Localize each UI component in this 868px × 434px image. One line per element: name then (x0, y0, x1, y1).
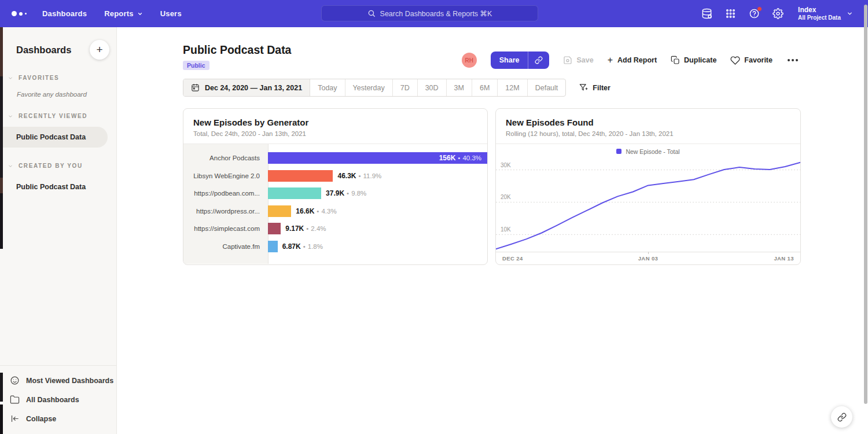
bar-row: Captivate.fm 6.87K•1.8% (183, 238, 487, 256)
y-tick-label: 30K (501, 162, 511, 168)
bar (268, 187, 321, 199)
add-report-label: Add Report (617, 56, 657, 64)
duplicate-label: Duplicate (684, 56, 716, 64)
preset-3m[interactable]: 3M (447, 79, 472, 96)
main-content: Public Podcast Data Public RH Share Save… (117, 27, 868, 434)
date-range-picker[interactable]: Dec 24, 2020 — Jan 13, 2021 (183, 79, 310, 96)
chevron-down-icon (847, 10, 853, 17)
sidebar-footer: Most Viewed Dashboards All Dashboards Co… (0, 365, 116, 434)
nav-item-label: Reports (104, 9, 134, 18)
collapse-icon (10, 414, 20, 424)
chevron-down-icon (137, 11, 143, 17)
sidebar: Dashboards + FAVORITES Favorite any dash… (0, 27, 117, 434)
sidebar-title: Dashboards (16, 45, 71, 56)
bar-row: Anchor Podcasts 156K•40.3% (183, 149, 487, 167)
report-cards: New Episodes by Generator Total, Dec 24t… (183, 108, 801, 265)
bar-category-label: https://wordpress.or... (183, 208, 268, 215)
bar (268, 205, 291, 217)
bar (268, 241, 278, 252)
share-button-label[interactable]: Share (491, 52, 529, 69)
new-dashboard-button[interactable]: + (90, 40, 109, 60)
footer-item-label: All Dashboards (26, 396, 79, 404)
most-viewed-dashboards-button[interactable]: Most Viewed Dashboards (0, 371, 116, 390)
sidebar-item-label: Public Podcast Data (16, 133, 86, 141)
all-dashboards-button[interactable]: All Dashboards (0, 390, 116, 409)
section-header-favorites[interactable]: FAVORITES (0, 75, 116, 81)
heart-icon (730, 56, 740, 65)
sidebar-item-label: Public Podcast Data (16, 183, 86, 191)
public-badge: Public (183, 61, 209, 70)
x-tick-label: JAN 13 (774, 255, 794, 262)
share-link-floating-button[interactable] (831, 406, 852, 428)
nav-item-label: Users (160, 9, 182, 18)
settings-gear-icon[interactable] (772, 8, 784, 20)
card-title: New Episodes Found (506, 117, 790, 127)
scrollbar-thumb[interactable] (864, 5, 867, 404)
avatar[interactable]: RH (462, 53, 477, 68)
chevron-down-icon (8, 163, 13, 169)
amplitude-logo-icon[interactable] (9, 11, 34, 16)
nav-item-dashboards[interactable]: Dashboards (34, 0, 95, 27)
bar-row: https://simplecast.com 9.17K•2.4% (183, 220, 487, 238)
save-button[interactable]: Save (563, 56, 593, 65)
y-tick-label: 10K (501, 226, 511, 233)
date-controls: Dec 24, 2020 — Jan 13, 2021 Today Yester… (183, 79, 610, 97)
axis-tick (648, 252, 649, 254)
dashboard-actions: RH Share Save + Add Report Duplicate Fav… (462, 52, 799, 69)
sidebar-item-public-podcast-data-created[interactable]: Public Podcast Data (0, 176, 116, 197)
data-source-icon[interactable] (701, 8, 712, 20)
duplicate-button[interactable]: Duplicate (671, 56, 716, 65)
section-header-created-by-you[interactable]: CREATED BY YOU (0, 163, 116, 169)
chart-legend: New Episode - Total (496, 144, 800, 159)
bar-chart: Anchor Podcasts 156K•40.3% Libsyn WebEng… (183, 144, 487, 264)
share-button[interactable]: Share (491, 52, 550, 69)
help-icon[interactable] (748, 8, 760, 20)
bar (268, 223, 281, 234)
calendar-icon (191, 83, 200, 92)
folder-icon (10, 395, 20, 404)
x-axis: DEC 24 JAN 03 JAN 13 (496, 252, 800, 264)
preset-today[interactable]: Today (310, 79, 345, 96)
preset-12m[interactable]: 12M (498, 79, 527, 96)
bar-category-label: Libsyn WebEngine 2.0 (183, 172, 268, 179)
apps-grid-icon[interactable] (724, 8, 736, 20)
top-nav: Dashboards Reports Users Search Dashboar… (0, 0, 868, 27)
favorite-button[interactable]: Favorite (730, 56, 773, 65)
section-label: CREATED BY YOU (19, 163, 83, 169)
copy-link-button[interactable] (528, 52, 549, 69)
date-range-bar: Dec 24, 2020 — Jan 13, 2021 Today Yester… (183, 79, 566, 97)
preset-default[interactable]: Default (528, 79, 566, 96)
card-new-episodes-by-generator: New Episodes by Generator Total, Dec 24t… (183, 108, 488, 265)
favorite-label: Favorite (744, 56, 773, 64)
more-options-button[interactable] (786, 57, 799, 64)
sidebar-section-created: CREATED BY YOU Public Podcast Data (0, 163, 116, 197)
search-placeholder: Search Dashboards & Reports ⌘K (380, 9, 492, 18)
nav-right: Index All Project Data (701, 6, 868, 22)
x-tick-label: DEC 24 (502, 255, 523, 262)
preset-6m[interactable]: 6M (472, 79, 498, 96)
section-header-recently-viewed[interactable]: RECENTLY VIEWED (0, 113, 116, 119)
collapse-sidebar-button[interactable]: Collapse (0, 409, 116, 428)
bar-row: https://wordpress.or... 16.6K•4.3% (183, 203, 487, 220)
sidebar-item-public-podcast-data[interactable]: Public Podcast Data (0, 127, 108, 148)
chevron-down-icon (8, 113, 13, 119)
project-switcher[interactable]: Index All Project Data (798, 6, 853, 22)
bar-category-label: Anchor Podcasts (183, 155, 268, 161)
filter-label: Filter (593, 84, 610, 92)
preset-30d[interactable]: 30D (418, 79, 447, 96)
project-scope: All Project Data (798, 14, 841, 22)
sidebar-section-favorites: FAVORITES Favorite any dashboard (0, 75, 116, 98)
sidebar-section-recent: RECENTLY VIEWED Public Podcast Data (0, 113, 116, 148)
bar (268, 170, 333, 182)
favorites-empty-hint: Favorite any dashboard (0, 81, 116, 98)
save-button-label: Save (576, 56, 593, 64)
nav-item-reports[interactable]: Reports (95, 0, 152, 27)
filter-button[interactable]: Filter (579, 83, 610, 92)
bar-category-label: Captivate.fm (183, 243, 268, 250)
preset-7d[interactable]: 7D (393, 79, 418, 96)
nav-item-users[interactable]: Users (152, 0, 190, 27)
add-report-button[interactable]: + Add Report (608, 55, 657, 65)
link-icon (535, 56, 543, 64)
preset-yesterday[interactable]: Yesterday (345, 79, 393, 96)
search-input[interactable]: Search Dashboards & Reports ⌘K (321, 5, 538, 21)
